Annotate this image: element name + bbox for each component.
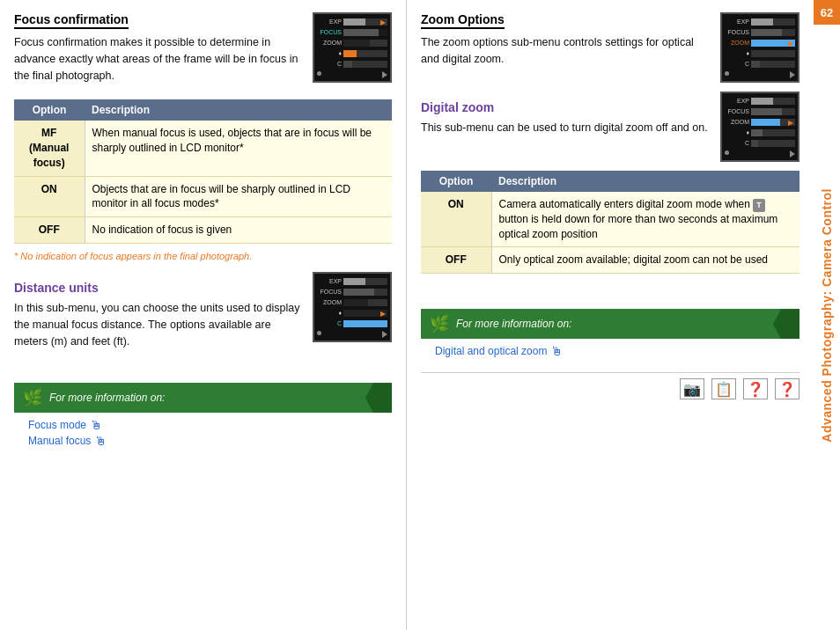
option-off: OFF [14, 217, 85, 244]
right-more-info-section: 🌿 For more information on: Digital and o… [421, 309, 799, 363]
digital-optical-zoom-link-text: Digital and optical zoom [435, 345, 547, 357]
table-row: ON Objects that are in focus will be sha… [14, 176, 392, 217]
camera-icon: 📷 [683, 381, 701, 398]
zoom-option-off: OFF [421, 247, 491, 274]
table-col-description: Description [85, 99, 392, 121]
desc-on: Objects that are in focus will be sharpl… [85, 176, 392, 217]
focus-options-table: Option Description MF (Manual focus) Whe… [14, 99, 392, 244]
digital-zoom-text: Digital zoom This sub-menu can be used t… [421, 92, 711, 143]
toolbar-btn-camera[interactable]: 📷 [680, 378, 704, 399]
cursor-icon-2: 🖱 [94, 434, 107, 448]
digital-zoom-section: Digital zoom This sub-menu can be used t… [421, 92, 799, 162]
zoom-options-section: Zoom Options The zoom options sub-menu c… [421, 12, 799, 83]
right-column: Zoom Options The zoom options sub-menu c… [407, 0, 814, 630]
digital-zoom-options-table: Option Description ON Camera automatical… [421, 171, 799, 274]
right-more-info-bar: 🌿 For more information on: [421, 309, 799, 339]
zoom-options-text: Zoom Options The zoom options sub-menu c… [421, 12, 711, 75]
option-on: ON [14, 176, 85, 217]
focus-confirmation-section: Focus confirmation Focus confirmation ma… [14, 12, 392, 91]
cursor-icon-3: 🖱 [550, 344, 563, 358]
chevron-right [773, 309, 799, 339]
distance-title: Distance units [14, 281, 304, 295]
table-row: ON Camera automatically enters digital z… [421, 192, 799, 247]
digital-zoom-lcd: EXP FOCUS ZOOM ▶ ♦ [720, 92, 799, 162]
zoom-options-lcd: EXP FOCUS ZOOM ▶ ♦ [720, 12, 799, 83]
focus-mode-link-text: Focus mode [28, 419, 86, 431]
distance-with-image: Distance units In this sub-menu, you can… [14, 272, 392, 356]
zoom-desc-on-pre: Camera automatically enters digital zoom… [499, 198, 754, 210]
left-more-info-label: For more information on: [49, 392, 165, 404]
main-content: Focus confirmation Focus confirmation ma… [0, 0, 840, 630]
chevron-left [365, 383, 392, 413]
sidebar: 62 Advanced Photography: Camera Control [814, 0, 840, 630]
toolbar-btn-help1[interactable]: ❓ [743, 378, 768, 399]
digital-zoom-body: This sub-menu can be used to turn digita… [421, 120, 711, 136]
left-more-info-links: Focus mode 🖱 Manual focus 🖱 [14, 413, 392, 453]
left-more-info-bar: 🌿 For more information on: [14, 383, 392, 413]
focus-confirmation-title: Focus confirmation [14, 12, 129, 29]
table-row: OFF No indication of focus is given [14, 217, 392, 244]
focus-confirmation-text: Focus confirmation Focus confirmation ma… [14, 12, 304, 91]
left-more-info-section: 🌿 For more information on: Focus mode 🖱 … [14, 383, 392, 453]
table-row: OFF Only optical zoom available; digital… [421, 247, 799, 274]
bottom-toolbar: 📷 📋 ❓ ❓ [421, 372, 799, 399]
zoom-table-col-option: Option [421, 171, 491, 192]
zoom-table-col-description: Description [491, 171, 799, 192]
toolbar-btn-help2[interactable]: ❓ [775, 378, 799, 399]
focus-confirmation-body: Focus confirmation makes it possible to … [14, 34, 304, 84]
more-info-icon-right: 🌿 [430, 314, 449, 333]
zoom-desc-on: Camera automatically enters digital zoom… [491, 192, 799, 247]
help-icon-2: ❓ [778, 381, 796, 398]
zoom-desc-off: Only optical zoom available; digital zoo… [491, 247, 799, 274]
desc-mf: When manual focus is used, objects that … [85, 121, 392, 176]
document-icon: 📋 [715, 381, 733, 398]
manual-focus-link-text: Manual focus [28, 435, 91, 447]
cursor-icon-1: 🖱 [90, 418, 102, 432]
left-column: Focus confirmation Focus confirmation ma… [0, 0, 407, 630]
desc-off: No indication of focus is given [85, 217, 392, 244]
focus-lcd-image: EXP ▶ FOCUS ZOOM ♦ C [313, 12, 392, 83]
zoom-options-title: Zoom Options [421, 12, 505, 29]
focus-mode-link[interactable]: Focus mode 🖱 [28, 418, 378, 432]
help-icon-1: ❓ [747, 381, 764, 398]
zoom-options-with-image: Zoom Options The zoom options sub-menu c… [421, 12, 799, 83]
sidebar-label: Advanced Photography: Camera Control [820, 188, 834, 443]
more-info-icon-left: 🌿 [23, 388, 42, 407]
manual-focus-link[interactable]: Manual focus 🖱 [28, 434, 378, 448]
toolbar-btn-doc[interactable]: 📋 [711, 378, 736, 399]
zoom-desc-on-post: button is held down for more than two se… [499, 213, 778, 240]
t-button: T [753, 199, 765, 212]
page-number: 62 [814, 0, 840, 25]
table-col-option: Option [14, 99, 85, 121]
table-row: MF (Manual focus) When manual focus is u… [14, 121, 392, 176]
distance-lcd-image: EXP FOCUS ZOOM ♦ ▶ [313, 272, 392, 342]
option-mf: MF (Manual focus) [14, 121, 85, 176]
zoom-options-body: The zoom options sub-menu controls setti… [421, 34, 711, 68]
distance-text: Distance units In this sub-menu, you can… [14, 272, 304, 356]
digital-optical-zoom-link[interactable]: Digital and optical zoom 🖱 [435, 344, 785, 358]
right-more-info-links: Digital and optical zoom 🖱 [421, 339, 799, 363]
distance-units-section: Distance units In this sub-menu, you can… [14, 272, 392, 356]
distance-body: In this sub-menu, you can choose the uni… [14, 300, 304, 349]
right-more-info-label: For more information on: [456, 318, 571, 330]
zoom-option-on: ON [421, 192, 491, 247]
digital-zoom-with-image: Digital zoom This sub-menu can be used t… [421, 92, 799, 162]
digital-zoom-title: Digital zoom [421, 100, 711, 114]
focus-footnote: * No indication of focus appears in the … [14, 251, 392, 261]
